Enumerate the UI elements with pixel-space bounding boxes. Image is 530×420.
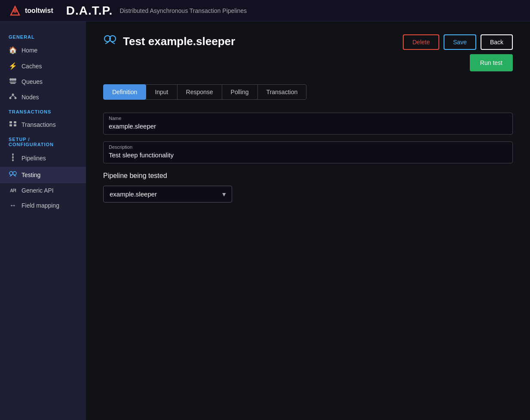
header-buttons-top-row: Delete Save Back	[403, 34, 513, 50]
sidebar-item-generic-api[interactable]: API Generic API	[0, 183, 86, 198]
sidebar-item-pipelines[interactable]: Pipelines	[0, 150, 86, 167]
sidebar-section-setup: SETUP /CONFIGURATION	[0, 132, 86, 150]
tab-definition[interactable]: Definition	[103, 84, 146, 100]
logo-icon	[9, 4, 21, 17]
svg-point-16	[12, 153, 14, 155]
svg-point-22	[13, 172, 16, 175]
nodes-icon	[9, 93, 17, 101]
svg-line-11	[13, 95, 15, 97]
description-label: Description	[109, 144, 507, 150]
svg-rect-15	[14, 124, 16, 126]
home-icon: 🏠	[9, 46, 17, 54]
svg-point-1	[13, 9, 17, 13]
svg-point-18	[12, 159, 14, 161]
app-subtitle: Distributed Asynchronous Transaction Pip…	[119, 7, 247, 14]
pipeline-dropdown-wrapper: example.sleeper example.other example.te…	[103, 186, 232, 202]
svg-rect-14	[14, 121, 16, 123]
name-field[interactable]: Name example.sleeper	[103, 113, 513, 135]
delete-button[interactable]: Delete	[403, 34, 439, 50]
pipelines-icon	[9, 153, 17, 163]
sidebar: GENERAL 🏠 Home ⚡ Caches Queues	[0, 21, 86, 420]
caches-icon: ⚡	[9, 62, 17, 70]
topbar: tooltwist D.A.T.P. Distributed Asynchron…	[0, 0, 530, 21]
svg-line-10	[10, 95, 13, 97]
api-icon: API	[9, 188, 17, 193]
logo[interactable]: tooltwist	[9, 4, 53, 17]
tab-response[interactable]: Response	[177, 84, 222, 100]
header-buttons-bottom-row: Run test	[470, 54, 513, 71]
sidebar-item-label: Generic API	[21, 187, 54, 194]
sidebar-item-label: Testing	[21, 172, 40, 178]
page-header: Test example.sleeper Delete Save Back Ru…	[103, 34, 513, 71]
svg-rect-13	[9, 124, 12, 126]
sidebar-section-transactions: TRANSACTIONS	[0, 105, 86, 117]
tab-polling[interactable]: Polling	[222, 84, 258, 100]
page-title: Test example.sleeper	[123, 35, 235, 48]
queues-icon	[9, 78, 17, 86]
svg-rect-5	[9, 82, 16, 83]
svg-rect-12	[9, 121, 12, 123]
sidebar-item-testing[interactable]: Testing	[0, 167, 86, 183]
page-title-area: Test example.sleeper	[103, 34, 235, 49]
sidebar-item-label: Transactions	[21, 121, 56, 128]
description-field-group: Description Test sleep functionality	[103, 141, 513, 163]
field-mapping-icon: ↔	[9, 202, 17, 209]
sidebar-item-label: Nodes	[21, 94, 39, 101]
sidebar-item-field-mapping[interactable]: ↔ Field mapping	[0, 198, 86, 213]
logo-text: tooltwist	[25, 7, 53, 15]
sidebar-item-queues[interactable]: Queues	[0, 74, 86, 89]
name-value: example.sleeper	[109, 123, 507, 130]
description-value: Test sleep functionality	[109, 151, 507, 159]
name-label: Name	[109, 116, 507, 121]
svg-point-4	[14, 78, 16, 81]
svg-rect-6	[10, 83, 15, 84]
svg-point-8	[9, 97, 12, 99]
svg-point-9	[15, 97, 17, 99]
svg-point-21	[9, 172, 13, 175]
header-buttons: Delete Save Back Run test	[403, 34, 513, 71]
description-field[interactable]: Description Test sleep functionality	[103, 141, 513, 163]
sidebar-item-label: Home	[21, 47, 37, 54]
sidebar-section-general: GENERAL	[0, 30, 86, 42]
svg-point-7	[12, 94, 14, 96]
sidebar-item-nodes[interactable]: Nodes	[0, 89, 86, 105]
sidebar-item-transactions[interactable]: Transactions	[0, 117, 86, 132]
save-button[interactable]: Save	[444, 34, 476, 50]
tab-input[interactable]: Input	[146, 84, 177, 100]
tab-transaction[interactable]: Transaction	[257, 84, 307, 100]
sidebar-item-label: Field mapping	[21, 202, 59, 209]
sidebar-item-label: Pipelines	[21, 155, 46, 162]
testing-icon	[9, 171, 17, 179]
sidebar-item-label: Caches	[21, 63, 42, 70]
sidebar-item-label: Queues	[21, 78, 43, 85]
transactions-icon	[9, 121, 17, 129]
pipeline-dropdown[interactable]: example.sleeper example.other example.te…	[103, 186, 232, 202]
run-test-button[interactable]: Run test	[470, 54, 513, 71]
sidebar-item-caches[interactable]: ⚡ Caches	[0, 58, 86, 74]
svg-point-17	[12, 156, 14, 158]
app-name: D.A.T.P.	[66, 4, 113, 18]
name-field-group: Name example.sleeper	[103, 113, 513, 135]
tabs: Definition Input Response Polling Transa…	[103, 84, 513, 100]
sidebar-item-home[interactable]: 🏠 Home	[0, 42, 86, 58]
back-button[interactable]: Back	[481, 34, 513, 50]
main-content: Test example.sleeper Delete Save Back Ru…	[86, 21, 530, 420]
page-title-icon	[103, 34, 117, 49]
pipeline-section-label: Pipeline being tested	[103, 172, 513, 180]
